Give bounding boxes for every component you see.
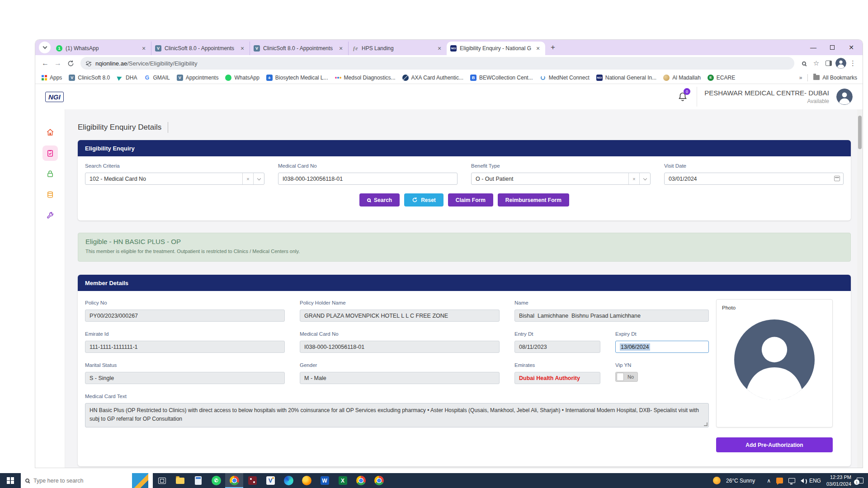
taskbar-clock[interactable]: 12:23 PM 03/01/2024 [826,474,851,488]
chrome-3-button[interactable] [370,473,388,488]
sidebar-item-claims[interactable] [42,187,58,202]
chrome-2-button[interactable] [352,473,370,488]
v-app-button[interactable]: V [261,473,279,488]
policy-no-input[interactable] [85,310,285,322]
bookmark-star-icon[interactable]: ☆ [810,57,822,70]
clear-icon[interactable]: × [242,173,253,184]
emirate-id-input[interactable] [85,341,285,353]
medical-card-textarea[interactable]: HN Basic Plus (OP Restricted to Clinics)… [85,403,709,427]
dropdown-caret-icon[interactable] [253,173,264,184]
maximize-button[interactable] [823,40,842,55]
tab-close-icon[interactable]: × [337,45,344,52]
sidebar-item-home[interactable] [42,125,58,140]
resize-handle-icon[interactable] [704,422,708,426]
bookmark-ecare[interactable]: ECARE [708,75,735,81]
medical-card-no-input[interactable] [278,173,458,185]
edge-button[interactable] [279,473,297,488]
language-indicator[interactable]: ENG [809,478,821,484]
menu-kebab-icon[interactable]: ⋮ [847,57,859,70]
expiry-dt-input[interactable]: 13/06/2024 [615,341,709,353]
bookmark-al-madallah[interactable]: Al Madallah [663,75,701,81]
bookmark-whatsapp[interactable]: WhatsApp [225,75,259,81]
user-avatar[interactable] [836,89,853,105]
bookmark-mednet[interactable]: MedNet Connect [540,75,590,81]
policy-holder-input[interactable] [300,310,500,322]
tab-eligibility-active[interactable]: Eligibility Enquiry - National Ge... × [447,42,545,55]
marital-status-input[interactable] [85,372,285,384]
vip-toggle[interactable]: No [615,372,638,382]
claim-form-button[interactable]: Claim Form [448,193,493,206]
zoom-icon[interactable] [798,57,810,70]
task-view-button[interactable] [153,473,171,488]
bookmark-national-general[interactable]: National General In... [596,75,656,81]
reload-button[interactable] [64,57,77,70]
tray-chat-icon[interactable] [776,478,783,483]
member-name-input[interactable] [514,310,709,322]
search-criteria-select[interactable]: 102 - Medical Card No × [85,173,264,185]
minimize-button[interactable]: — [804,40,823,55]
tab-close-icon[interactable]: × [140,45,147,52]
member-card-no-input[interactable] [300,341,500,353]
bookmark-gmail[interactable]: GMAIL [144,75,170,81]
excel-button[interactable]: X [334,473,352,488]
tab-whatsapp[interactable]: 1 (1) WhatsApp × [52,42,151,55]
bookmark-dha[interactable]: DHA [117,75,137,81]
bookmark-apps[interactable]: Apps [41,75,62,81]
taskbar-search[interactable] [21,473,153,488]
sidebar-item-eligibility[interactable] [42,145,58,161]
bookmark-bewcollection[interactable]: BEWCollection Cent... [470,75,533,81]
firefox-button[interactable] [297,473,316,488]
ngi-logo[interactable]: NGI [45,92,64,102]
page-scrollbar[interactable] [857,109,863,468]
weather-text[interactable]: 26°C Sunny [726,478,755,484]
notifications-button[interactable]: 0 [676,90,689,103]
sidebar-item-authorization[interactable] [42,166,58,182]
tab-clinicsoft-1[interactable]: ClinicSoft 8.0 - Appointments × [151,42,250,55]
bookmark-medsol[interactable]: Medsol Diagnostics... [335,75,396,81]
calendar-icon[interactable] [834,176,840,181]
notification-center-icon[interactable]: 1 [857,478,863,483]
entry-dt-input[interactable] [514,341,600,353]
file-explorer-button[interactable] [171,473,189,488]
reset-button[interactable]: Reset [404,193,443,206]
whatsapp-button[interactable]: ✆ [207,473,225,488]
close-button[interactable]: ✕ [842,40,861,55]
bookmark-clinicsoft[interactable]: ClinicSoft 8.0 [69,75,110,81]
sidebar-item-settings[interactable] [42,208,58,223]
profile-avatar[interactable] [835,57,847,70]
taskbar-search-input[interactable] [33,478,128,484]
visit-date-input[interactable] [664,173,844,185]
weather-sun-icon[interactable] [713,477,721,484]
bookmark-appointments[interactable]: Appcintments [177,75,219,81]
benefit-type-select[interactable]: O - Out Patient × [471,173,651,185]
forward-button[interactable]: → [52,57,64,70]
word-button[interactable]: W [316,473,334,488]
tab-search-button[interactable] [39,42,51,53]
new-tab-button[interactable]: + [547,42,559,53]
tab-clinicsoft-2[interactable]: ClinicSoft 8.0 - Appointments × [250,42,348,55]
scrollbar-thumb[interactable] [858,116,862,149]
back-button[interactable]: ← [39,57,52,70]
dropdown-caret-icon[interactable] [639,173,650,184]
all-bookmarks-button[interactable]: All Bookmarks [813,75,857,81]
calculator-button[interactable] [189,473,207,488]
site-settings-icon[interactable] [86,62,91,65]
volume-icon[interactable] [801,479,804,483]
gender-input[interactable] [300,372,500,384]
start-button[interactable] [0,473,21,488]
network-icon[interactable] [788,478,795,483]
tab-close-icon[interactable]: × [436,45,443,52]
tab-close-icon[interactable]: × [239,45,246,52]
bookmarks-overflow-icon[interactable]: » [799,75,802,81]
tab-close-icon[interactable]: × [534,45,542,52]
clinic-app-button[interactable] [243,473,261,488]
clear-icon[interactable]: × [628,173,639,184]
add-pre-authorization-button[interactable]: Add Pre-Authorization [716,437,833,452]
reimbursement-form-button[interactable]: Reimbursement Form [498,193,569,206]
hidden-icons-chevron[interactable]: ∧ [767,478,771,484]
bookmark-biosytech[interactable]: Biosytech Medical L... [266,75,328,81]
tab-hps-landing[interactable]: HPS Landing × [348,42,447,55]
bookmark-axa[interactable]: AXA Card Authentic... [402,75,463,81]
side-panel-icon[interactable] [822,57,835,70]
address-bar[interactable]: nqionline.ae/Service/Eligibility/Eligibi… [80,57,794,70]
